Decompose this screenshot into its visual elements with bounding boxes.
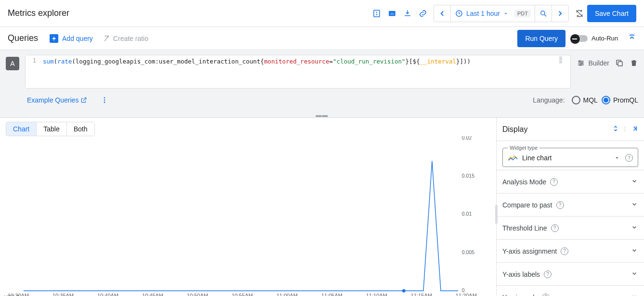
code-editor[interactable]: 1 sum(rate(logging_googleapis_com:user_m… bbox=[25, 55, 571, 89]
section-analysis-mode[interactable]: Analysis Mode? bbox=[497, 170, 644, 193]
chevron-down-icon bbox=[631, 223, 638, 232]
chevron-down-icon bbox=[631, 200, 638, 209]
section-compare-to-past[interactable]: Compare to past? bbox=[497, 193, 644, 216]
section-threshold-line[interactable]: Threshold Line? bbox=[497, 216, 644, 239]
chevron-down-icon bbox=[631, 293, 638, 296]
svg-point-12 bbox=[579, 61, 581, 62]
tab-both[interactable]: Both bbox=[67, 122, 94, 136]
svg-line-9 bbox=[105, 36, 108, 41]
lang-mql-radio[interactable]: MQL bbox=[572, 96, 598, 104]
plus-icon: + bbox=[50, 34, 58, 43]
page-title: Metrics explorer bbox=[8, 8, 69, 18]
builder-toggle[interactable]: Builder bbox=[577, 59, 609, 67]
help-icon[interactable]: ? bbox=[561, 247, 568, 255]
example-queries-label: Example Queries bbox=[27, 96, 79, 104]
collapse-right-icon[interactable] bbox=[631, 125, 638, 134]
x-tick: 11:15AM bbox=[411, 293, 432, 296]
chevron-down-icon bbox=[614, 154, 620, 161]
section-label: Threshold Line bbox=[502, 224, 547, 232]
delete-query-icon[interactable] bbox=[630, 59, 638, 67]
svg-text:<>: <> bbox=[390, 12, 394, 16]
query-more-icon[interactable] bbox=[97, 92, 112, 108]
run-query-button[interactable]: Run Query bbox=[517, 30, 565, 47]
svg-text:0.02: 0.02 bbox=[462, 136, 472, 141]
time-prev-button[interactable] bbox=[434, 5, 451, 22]
view-tabs: Chart Table Both bbox=[6, 122, 95, 136]
example-queries-link[interactable]: Example Queries bbox=[27, 96, 87, 104]
display-title: Display bbox=[502, 125, 527, 134]
section-y-axis-scale[interactable]: Y-axis scale? bbox=[497, 285, 644, 296]
tab-table[interactable]: Table bbox=[37, 122, 66, 136]
code-content[interactable]: sum(rate(logging_googleapis_com:user_mod… bbox=[40, 55, 570, 88]
promql-label: PromQL bbox=[613, 96, 638, 104]
section-label: Y-axis assignment bbox=[502, 247, 557, 255]
add-query-label: Add query bbox=[62, 35, 93, 42]
chart-pane: Chart Table Both 00.0050.010.0150.02 10:… bbox=[0, 118, 497, 296]
timezone-pill: PDT bbox=[514, 10, 531, 17]
x-tick: 11:10AM bbox=[366, 293, 387, 296]
app-header: Metrics explorer <> Last 1 hour PDT Save… bbox=[0, 0, 644, 27]
chevron-down-icon bbox=[631, 246, 638, 256]
svg-text:0.015: 0.015 bbox=[462, 173, 474, 179]
x-tick: 10:50AM bbox=[187, 293, 208, 296]
queries-title: Queries bbox=[8, 33, 38, 43]
widget-type-value: Line chart bbox=[522, 154, 614, 162]
notes-icon[interactable] bbox=[369, 6, 384, 21]
tab-chart[interactable]: Chart bbox=[6, 122, 37, 136]
collapse-queries-icon[interactable] bbox=[628, 33, 636, 43]
x-axis-labels: 10:30AM10:35AM10:40AM10:45AM10:50AM10:55… bbox=[6, 293, 496, 296]
time-range-button[interactable]: Last 1 hour PDT bbox=[451, 5, 535, 22]
time-search-button[interactable] bbox=[535, 5, 552, 22]
help-icon[interactable]: ? bbox=[550, 178, 558, 186]
side-scroll-indicator[interactable] bbox=[495, 205, 498, 224]
sync-off-icon[interactable] bbox=[572, 6, 587, 21]
help-icon[interactable]: ? bbox=[556, 201, 564, 209]
help-icon[interactable]: ? bbox=[542, 294, 550, 296]
code-icon[interactable]: <> bbox=[384, 6, 400, 21]
svg-rect-17 bbox=[618, 62, 622, 66]
toggle-icon bbox=[571, 35, 588, 42]
save-chart-button[interactable]: Save Chart bbox=[587, 5, 636, 22]
section-label: Analysis Mode bbox=[502, 178, 546, 186]
add-query-button[interactable]: + Add query bbox=[50, 34, 93, 43]
section-y-axis-assignment[interactable]: Y-axis assignment? bbox=[497, 239, 644, 262]
editor-resize-handle[interactable] bbox=[559, 57, 562, 64]
section-y-axis-labels[interactable]: Y-axis labels? bbox=[497, 262, 644, 285]
duplicate-query-icon[interactable] bbox=[615, 59, 624, 67]
queries-bar: Queries + Add query Create ratio Run Que… bbox=[0, 27, 644, 50]
svg-point-6 bbox=[541, 11, 545, 14]
svg-text:0.005: 0.005 bbox=[462, 249, 474, 255]
link-icon[interactable] bbox=[415, 6, 431, 21]
auto-run-toggle[interactable]: Auto-Run bbox=[571, 35, 618, 42]
help-icon[interactable]: ? bbox=[625, 154, 633, 162]
query-editor-area: A 1 sum(rate(logging_googleapis_com:user… bbox=[0, 50, 644, 118]
time-next-button[interactable] bbox=[552, 5, 568, 22]
chevron-down-icon bbox=[631, 270, 638, 279]
x-tick: 10:55AM bbox=[232, 293, 253, 296]
section-label: Y-axis labels bbox=[502, 270, 540, 278]
svg-point-20 bbox=[104, 102, 105, 103]
widget-type-legend: Widget type bbox=[508, 145, 539, 151]
line-chart[interactable]: 00.0050.010.0150.02 bbox=[6, 136, 496, 293]
builder-label: Builder bbox=[588, 59, 609, 67]
x-tick: 11:05AM bbox=[321, 293, 342, 296]
help-icon[interactable]: ? bbox=[544, 270, 552, 278]
main-area: Chart Table Both 00.0050.010.0150.02 10:… bbox=[0, 118, 644, 296]
create-ratio-label: Create ratio bbox=[113, 35, 148, 42]
expand-vert-icon[interactable] bbox=[612, 125, 619, 134]
x-tick: 10:40AM bbox=[97, 293, 118, 296]
lang-promql-radio[interactable]: PromQL bbox=[602, 96, 638, 104]
panel-resize-handle[interactable]: ▬▬ bbox=[0, 113, 644, 117]
line-gutter: 1 bbox=[26, 55, 40, 88]
x-tick: 11:00AM bbox=[276, 293, 298, 296]
chevron-down-icon bbox=[631, 177, 638, 186]
display-panel: Display | Widget type Line chart ? Analy… bbox=[497, 118, 644, 296]
query-chip-a[interactable]: A bbox=[6, 57, 19, 70]
svg-point-2 bbox=[376, 14, 377, 14]
svg-point-26 bbox=[402, 289, 406, 293]
auto-run-label: Auto-Run bbox=[591, 35, 618, 42]
widget-type-select[interactable]: Widget type Line chart ? bbox=[502, 148, 638, 167]
x-tick: 10:35AM bbox=[53, 293, 74, 296]
help-icon[interactable]: ? bbox=[551, 224, 559, 232]
download-icon[interactable] bbox=[400, 6, 415, 21]
